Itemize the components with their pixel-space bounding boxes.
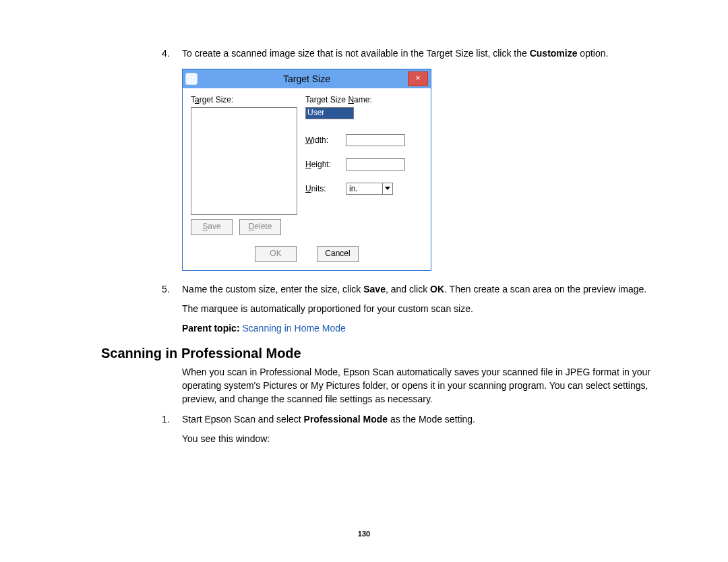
dialog-system-icon xyxy=(185,73,198,85)
step-4: 4. To create a scanned image size that i… xyxy=(162,47,681,61)
parent-topic-link[interactable]: Scanning in Home Mode xyxy=(242,323,345,334)
width-input[interactable] xyxy=(346,134,405,146)
page-number: 130 xyxy=(0,530,728,538)
width-label: Width: xyxy=(305,135,346,145)
dialog-figure: Target Size × Target Size: Save xyxy=(182,69,681,271)
target-size-dialog: Target Size × Target Size: Save xyxy=(182,69,431,271)
target-size-label: Target Size: xyxy=(191,95,297,104)
chevron-down-icon xyxy=(382,183,392,194)
width-row: Width: xyxy=(305,134,423,146)
step-5-paragraph-2: The marquee is automatically proportione… xyxy=(182,303,681,316)
dialog-title: Target Size xyxy=(183,73,431,84)
units-select[interactable]: in. xyxy=(346,183,393,195)
step-5-text: Name the custom size, enter the size, cl… xyxy=(182,284,646,294)
left-button-row: Save Delete xyxy=(191,219,297,235)
target-size-name-label: Target Size Name: xyxy=(305,95,423,104)
cancel-button[interactable]: Cancel xyxy=(317,246,359,262)
step-4-number: 4. xyxy=(162,47,170,61)
step-5: 5. Name the custom size, enter the size,… xyxy=(162,283,681,316)
delete-button[interactable]: Delete xyxy=(239,219,281,235)
step-5-number: 5. xyxy=(162,283,170,296)
save-button[interactable]: Save xyxy=(191,219,233,235)
units-value: in. xyxy=(349,184,358,193)
height-label: Height: xyxy=(305,160,346,169)
dialog-titlebar: Target Size × xyxy=(183,69,431,88)
height-row: Height: xyxy=(305,158,423,170)
left-column: Target Size: Save Delete xyxy=(191,95,297,235)
pm-step-1: 1. Start Epson Scan and select Professio… xyxy=(162,413,681,446)
right-column: Target Size Name: User Defined Width: He… xyxy=(305,95,423,235)
dialog-body: Target Size: Save Delete Target Siz xyxy=(183,88,431,241)
close-button[interactable]: × xyxy=(408,71,428,86)
target-size-listbox[interactable] xyxy=(191,107,297,215)
height-input[interactable] xyxy=(346,158,405,170)
parent-topic: Parent topic: Scanning in Home Mode xyxy=(182,323,681,334)
ok-button[interactable]: OK xyxy=(255,246,297,262)
close-icon: × xyxy=(415,73,420,83)
intro-paragraph: When you scan in Professional Mode, Epso… xyxy=(182,365,681,406)
target-size-name-input[interactable]: User Defined xyxy=(305,107,354,119)
units-row: Units: in. xyxy=(305,183,423,195)
pm-step-1-text: Start Epson Scan and select Professional… xyxy=(182,414,475,425)
units-label: Units: xyxy=(305,184,346,193)
pm-step-1-line-2: You see this window: xyxy=(182,433,681,446)
section-heading: Scanning in Professional Mode xyxy=(101,346,681,361)
dialog-footer: OK Cancel xyxy=(183,241,431,270)
step-4-text: To create a scanned image size that is n… xyxy=(182,48,608,59)
pm-step-1-number: 1. xyxy=(162,413,170,427)
